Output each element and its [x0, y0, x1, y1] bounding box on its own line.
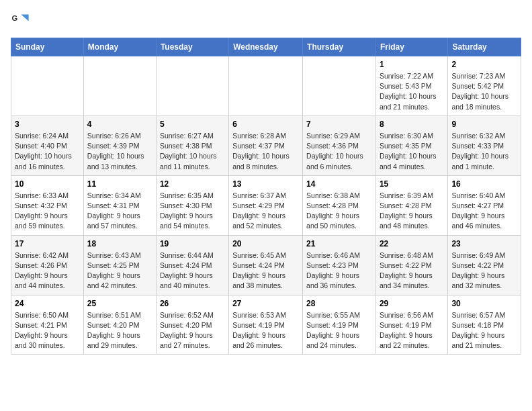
- day-number: 21: [306, 239, 372, 248]
- day-number: 7: [306, 120, 372, 129]
- header-sunday: Sunday: [11, 38, 84, 56]
- day-info: Sunrise: 6:44 AM Sunset: 4:24 PM Dayligh…: [160, 250, 225, 291]
- calendar-cell: 12Sunrise: 6:35 AM Sunset: 4:30 PM Dayli…: [156, 175, 228, 235]
- calendar-cell: 16Sunrise: 6:40 AM Sunset: 4:27 PM Dayli…: [448, 175, 521, 235]
- calendar-cell: 19Sunrise: 6:44 AM Sunset: 4:24 PM Dayli…: [156, 235, 228, 295]
- day-info: Sunrise: 6:56 AM Sunset: 4:19 PM Dayligh…: [380, 310, 444, 351]
- calendar-cell: 5Sunrise: 6:27 AM Sunset: 4:38 PM Daylig…: [156, 116, 228, 175]
- calendar-cell: 15Sunrise: 6:39 AM Sunset: 4:28 PM Dayli…: [375, 175, 447, 235]
- day-info: Sunrise: 6:34 AM Sunset: 4:31 PM Dayligh…: [87, 191, 152, 232]
- svg-marker-1: [21, 15, 28, 21]
- day-number: 29: [380, 299, 444, 308]
- header-thursday: Thursday: [303, 38, 376, 56]
- day-number: 23: [451, 239, 517, 248]
- day-info: Sunrise: 6:57 AM Sunset: 4:18 PM Dayligh…: [451, 310, 517, 351]
- day-info: Sunrise: 6:32 AM Sunset: 4:33 PM Dayligh…: [451, 131, 517, 172]
- svg-text:G: G: [11, 14, 17, 22]
- day-info: Sunrise: 6:49 AM Sunset: 4:22 PM Dayligh…: [451, 250, 517, 291]
- header-wednesday: Wednesday: [229, 38, 303, 56]
- day-info: Sunrise: 6:42 AM Sunset: 4:26 PM Dayligh…: [15, 250, 80, 291]
- day-info: Sunrise: 6:48 AM Sunset: 4:22 PM Dayligh…: [380, 250, 444, 291]
- calendar-cell: 20Sunrise: 6:45 AM Sunset: 4:24 PM Dayli…: [229, 235, 303, 295]
- day-number: 2: [451, 60, 517, 69]
- calendar-cell: 14Sunrise: 6:38 AM Sunset: 4:28 PM Dayli…: [303, 175, 376, 235]
- day-number: 10: [15, 179, 80, 189]
- day-number: 9: [451, 120, 517, 129]
- day-info: Sunrise: 6:46 AM Sunset: 4:23 PM Dayligh…: [306, 250, 372, 291]
- calendar-cell: 3Sunrise: 6:24 AM Sunset: 4:40 PM Daylig…: [11, 116, 84, 175]
- calendar-cell: 30Sunrise: 6:57 AM Sunset: 4:18 PM Dayli…: [448, 295, 521, 355]
- calendar-cell: [83, 56, 156, 116]
- day-number: 4: [87, 120, 152, 129]
- logo: G: [11, 11, 32, 30]
- day-number: 26: [160, 299, 225, 308]
- day-info: Sunrise: 6:30 AM Sunset: 4:35 PM Dayligh…: [380, 131, 444, 172]
- calendar-cell: 7Sunrise: 6:29 AM Sunset: 4:36 PM Daylig…: [303, 116, 376, 175]
- day-number: 12: [160, 179, 225, 189]
- day-info: Sunrise: 6:33 AM Sunset: 4:32 PM Dayligh…: [15, 191, 80, 232]
- day-number: 3: [15, 120, 80, 129]
- day-number: 14: [306, 179, 372, 189]
- header-friday: Friday: [375, 38, 447, 56]
- calendar-cell: 11Sunrise: 6:34 AM Sunset: 4:31 PM Dayli…: [83, 175, 156, 235]
- calendar-cell: 13Sunrise: 6:37 AM Sunset: 4:29 PM Dayli…: [229, 175, 303, 235]
- day-number: 19: [160, 239, 225, 248]
- calendar-cell: 18Sunrise: 6:43 AM Sunset: 4:25 PM Dayli…: [83, 235, 156, 295]
- calendar-cell: 6Sunrise: 6:28 AM Sunset: 4:37 PM Daylig…: [229, 116, 303, 175]
- calendar-cell: 27Sunrise: 6:53 AM Sunset: 4:19 PM Dayli…: [229, 295, 303, 355]
- day-number: 27: [232, 299, 299, 308]
- day-info: Sunrise: 6:35 AM Sunset: 4:30 PM Dayligh…: [160, 191, 225, 232]
- calendar-cell: 26Sunrise: 6:52 AM Sunset: 4:20 PM Dayli…: [156, 295, 228, 355]
- day-info: Sunrise: 6:50 AM Sunset: 4:21 PM Dayligh…: [15, 310, 80, 351]
- logo-icon: G: [11, 11, 30, 30]
- day-info: Sunrise: 6:53 AM Sunset: 4:19 PM Dayligh…: [232, 310, 299, 351]
- calendar-cell: 23Sunrise: 6:49 AM Sunset: 4:22 PM Dayli…: [448, 235, 521, 295]
- calendar-cell: 25Sunrise: 6:51 AM Sunset: 4:20 PM Dayli…: [83, 295, 156, 355]
- day-info: Sunrise: 6:40 AM Sunset: 4:27 PM Dayligh…: [451, 191, 517, 232]
- day-number: 6: [232, 120, 299, 129]
- calendar-cell: 4Sunrise: 6:26 AM Sunset: 4:39 PM Daylig…: [83, 116, 156, 175]
- day-number: 20: [232, 239, 299, 248]
- header-tuesday: Tuesday: [156, 38, 228, 56]
- day-number: 17: [15, 239, 80, 248]
- calendar-cell: 21Sunrise: 6:46 AM Sunset: 4:23 PM Dayli…: [303, 235, 376, 295]
- day-info: Sunrise: 6:39 AM Sunset: 4:28 PM Dayligh…: [380, 191, 444, 232]
- day-info: Sunrise: 7:23 AM Sunset: 5:42 PM Dayligh…: [451, 71, 517, 112]
- day-info: Sunrise: 6:38 AM Sunset: 4:28 PM Dayligh…: [306, 191, 372, 232]
- day-number: 1: [380, 60, 444, 69]
- calendar-cell: 22Sunrise: 6:48 AM Sunset: 4:22 PM Dayli…: [375, 235, 447, 295]
- day-info: Sunrise: 6:43 AM Sunset: 4:25 PM Dayligh…: [87, 250, 152, 291]
- day-number: 5: [160, 120, 225, 129]
- day-number: 8: [380, 120, 444, 129]
- calendar-cell: [303, 56, 376, 116]
- calendar-cell: 17Sunrise: 6:42 AM Sunset: 4:26 PM Dayli…: [11, 235, 84, 295]
- day-number: 18: [87, 239, 152, 248]
- calendar-cell: [156, 56, 228, 116]
- calendar-week-row: 17Sunrise: 6:42 AM Sunset: 4:26 PM Dayli…: [11, 235, 521, 295]
- day-number: 22: [380, 239, 444, 248]
- day-info: Sunrise: 6:52 AM Sunset: 4:20 PM Dayligh…: [160, 310, 225, 351]
- day-info: Sunrise: 6:28 AM Sunset: 4:37 PM Dayligh…: [232, 131, 299, 172]
- day-info: Sunrise: 6:24 AM Sunset: 4:40 PM Dayligh…: [15, 131, 80, 172]
- header-monday: Monday: [83, 38, 156, 56]
- calendar-cell: 29Sunrise: 6:56 AM Sunset: 4:19 PM Dayli…: [375, 295, 447, 355]
- day-info: Sunrise: 6:51 AM Sunset: 4:20 PM Dayligh…: [87, 310, 152, 351]
- calendar-week-row: 24Sunrise: 6:50 AM Sunset: 4:21 PM Dayli…: [11, 295, 521, 355]
- calendar-cell: 10Sunrise: 6:33 AM Sunset: 4:32 PM Dayli…: [11, 175, 84, 235]
- calendar-cell: 8Sunrise: 6:30 AM Sunset: 4:35 PM Daylig…: [375, 116, 447, 175]
- day-info: Sunrise: 6:26 AM Sunset: 4:39 PM Dayligh…: [87, 131, 152, 172]
- day-number: 24: [15, 299, 80, 308]
- calendar-week-row: 1Sunrise: 7:22 AM Sunset: 5:43 PM Daylig…: [11, 56, 521, 116]
- calendar-cell: [229, 56, 303, 116]
- day-info: Sunrise: 6:55 AM Sunset: 4:19 PM Dayligh…: [306, 310, 372, 351]
- day-number: 11: [87, 179, 152, 189]
- calendar-cell: 9Sunrise: 6:32 AM Sunset: 4:33 PM Daylig…: [448, 116, 521, 175]
- day-info: Sunrise: 6:29 AM Sunset: 4:36 PM Dayligh…: [306, 131, 372, 172]
- calendar-table: SundayMondayTuesdayWednesdayThursdayFrid…: [11, 38, 521, 355]
- calendar-week-row: 3Sunrise: 6:24 AM Sunset: 4:40 PM Daylig…: [11, 116, 521, 175]
- calendar-cell: [11, 56, 84, 116]
- day-number: 25: [87, 299, 152, 308]
- calendar-week-row: 10Sunrise: 6:33 AM Sunset: 4:32 PM Dayli…: [11, 175, 521, 235]
- calendar-cell: 2Sunrise: 7:23 AM Sunset: 5:42 PM Daylig…: [448, 56, 521, 116]
- calendar-cell: 24Sunrise: 6:50 AM Sunset: 4:21 PM Dayli…: [11, 295, 84, 355]
